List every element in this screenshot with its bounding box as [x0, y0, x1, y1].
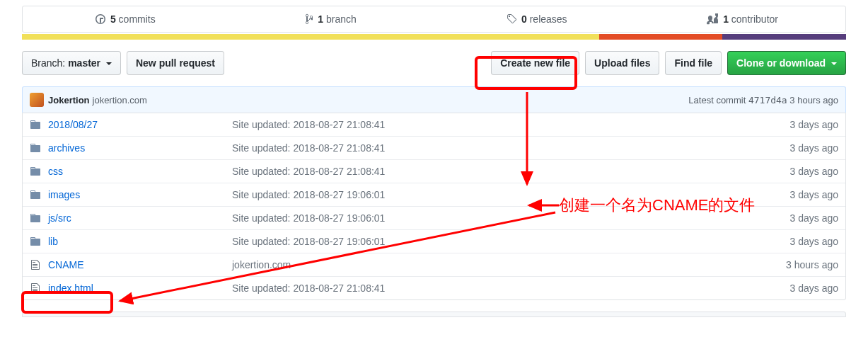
new-pull-request-button[interactable]: New pull request [127, 51, 224, 75]
folder-icon [30, 189, 41, 200]
folder-icon [30, 212, 41, 224]
tag-icon [507, 13, 516, 25]
file-age: 3 days ago [790, 142, 839, 154]
file-age: 3 days ago [790, 282, 839, 294]
history-icon [96, 13, 105, 25]
commit-author[interactable]: Jokertion [48, 95, 90, 105]
branch-icon [306, 13, 313, 25]
file-age: 3 days ago [790, 189, 839, 200]
file-age: 3 days ago [790, 119, 839, 130]
latest-commit-label: Latest commit [688, 95, 746, 105]
file-row: CNAMEjokertion.com3 hours ago [23, 253, 845, 276]
file-list: 2018/08/27Site updated: 2018-08-27 21:08… [22, 113, 846, 300]
stat-contributors-label: contributor [731, 13, 778, 25]
create-new-file-button[interactable]: Create new file [491, 51, 579, 75]
file-row: index.htmlSite updated: 2018-08-27 21:08… [23, 276, 845, 299]
upload-files-button[interactable]: Upload files [585, 51, 659, 75]
file-row: 2018/08/27Site updated: 2018-08-27 21:08… [23, 113, 845, 136]
file-row: libSite updated: 2018-08-27 19:06:013 da… [23, 229, 845, 253]
stat-releases-label: releases [530, 13, 567, 25]
commit-meta: Latest commit 4717d4a 3 hours ago [688, 95, 838, 105]
stat-branches[interactable]: 1 branch [228, 6, 434, 32]
branch-select-button[interactable]: Branch: master [22, 51, 121, 75]
stat-releases-count: 0 [521, 13, 527, 25]
file-icon [30, 259, 41, 270]
avatar[interactable] [30, 93, 44, 107]
file-commit-msg[interactable]: Site updated: 2018-08-27 19:06:01 [232, 212, 790, 224]
stat-branches-label: branch [326, 13, 357, 25]
file-name-link[interactable]: CNAME [48, 259, 232, 270]
stat-commits[interactable]: 5 commits [23, 6, 228, 32]
file-row: cssSite updated: 2018-08-27 21:08:413 da… [23, 159, 845, 183]
file-commit-msg[interactable]: jokertion.com [232, 259, 786, 270]
file-name-link[interactable]: images [48, 189, 232, 200]
folder-icon [30, 236, 41, 247]
branch-prefix: Branch: [31, 57, 68, 69]
file-name-link[interactable]: archives [48, 142, 232, 154]
file-age: 3 hours ago [786, 259, 838, 270]
file-name-link[interactable]: css [48, 166, 232, 177]
file-row: archivesSite updated: 2018-08-27 21:08:4… [23, 136, 845, 159]
caret-down-icon [831, 62, 837, 65]
stat-branches-count: 1 [318, 13, 323, 25]
find-file-button[interactable]: Find file [665, 51, 722, 75]
lang-seg-0 [22, 34, 599, 40]
commit-when[interactable]: 3 hours ago [789, 95, 838, 105]
folder-icon [30, 166, 41, 177]
file-row: imagesSite updated: 2018-08-27 19:06:013… [23, 183, 845, 206]
language-bar[interactable] [22, 34, 846, 40]
folder-icon [30, 142, 41, 154]
file-age: 3 days ago [790, 166, 839, 177]
folder-icon [30, 119, 41, 130]
branch-name: master [68, 57, 100, 69]
clone-download-button[interactable]: Clone or download [727, 51, 846, 75]
file-commit-msg[interactable]: Site updated: 2018-08-27 21:08:41 [232, 142, 790, 154]
file-name-link[interactable]: 2018/08/27 [48, 119, 232, 130]
stat-commits-count: 5 [110, 13, 116, 25]
repo-stats-bar: 5 commits 1 branch 0 releases 1 contribu… [22, 6, 846, 33]
file-commit-msg[interactable]: Site updated: 2018-08-27 21:08:41 [232, 282, 790, 294]
file-name-link[interactable]: lib [48, 236, 232, 247]
file-commit-msg[interactable]: Site updated: 2018-08-27 21:08:41 [232, 166, 790, 177]
clone-download-label: Clone or download [736, 57, 826, 69]
file-name-link[interactable]: js/src [48, 212, 232, 224]
file-commit-msg[interactable]: Site updated: 2018-08-27 19:06:01 [232, 236, 790, 247]
repo-toolbar: Branch: master New pull request Create n… [22, 51, 846, 75]
file-icon [30, 282, 41, 294]
people-icon [707, 13, 718, 25]
file-commit-msg[interactable]: Site updated: 2018-08-27 21:08:41 [232, 119, 790, 130]
stat-commits-label: commits [119, 13, 156, 25]
stat-contributors-count: 1 [723, 13, 729, 25]
footer-bar [22, 312, 846, 317]
commit-sha[interactable]: 4717d4a [748, 95, 787, 105]
commit-message[interactable]: jokertion.com [93, 95, 147, 105]
file-age: 3 days ago [790, 236, 839, 247]
file-row: js/srcSite updated: 2018-08-27 19:06:013… [23, 206, 845, 229]
file-name-link[interactable]: index.html [48, 282, 232, 294]
file-commit-msg[interactable]: Site updated: 2018-08-27 19:06:01 [232, 189, 790, 200]
commit-header: Jokertion jokertion.com Latest commit 47… [22, 86, 846, 113]
lang-seg-2 [722, 34, 846, 40]
file-age: 3 days ago [790, 212, 839, 224]
stat-releases[interactable]: 0 releases [434, 6, 640, 32]
lang-seg-1 [599, 34, 723, 40]
stat-contributors[interactable]: 1 contributor [640, 6, 845, 32]
caret-down-icon [106, 62, 112, 65]
